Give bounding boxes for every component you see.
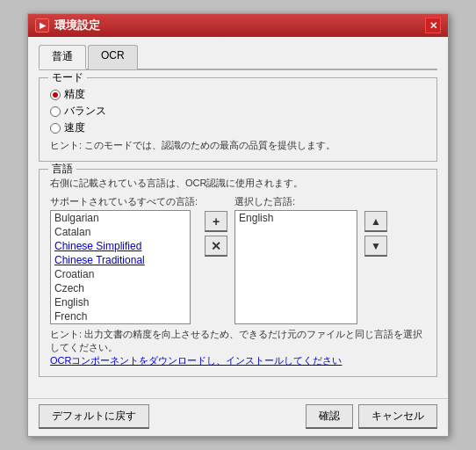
target-lang-col: 選択した言語: English	[234, 195, 357, 324]
settings-window: ▶ 環境設定 ✕ 普通 OCR モード 精度 バランス	[27, 13, 449, 437]
target-lang-label: 選択した言語:	[234, 195, 357, 208]
language-columns: サポートされているすべての言語: Bulgarian Catalan Chine…	[50, 195, 426, 324]
mode-section-label: モード	[48, 70, 87, 85]
cancel-button[interactable]: キャンセル	[358, 404, 437, 429]
side-buttons: ▲ ▼	[364, 211, 387, 257]
tab-bar: 普通 OCR	[39, 44, 437, 70]
mode-speed-label: 速度	[64, 120, 85, 135]
list-item[interactable]: Czech	[51, 281, 190, 295]
mode-radio-group: 精度 バランス 速度	[50, 87, 426, 135]
default-button[interactable]: デフォルトに戻す	[39, 404, 149, 429]
list-item[interactable]: English	[51, 295, 190, 309]
list-item[interactable]: Bulgarian	[51, 211, 190, 225]
tab-normal[interactable]: 普通	[39, 45, 86, 69]
add-language-button[interactable]: +	[205, 211, 227, 232]
tab-ocr[interactable]: OCR	[88, 45, 138, 69]
radio-speed[interactable]	[50, 123, 61, 134]
mode-balance-label: バランス	[64, 104, 106, 119]
move-up-button[interactable]: ▲	[364, 211, 387, 232]
list-item[interactable]: French	[51, 309, 190, 323]
confirm-button[interactable]: 確認	[306, 404, 353, 429]
mid-buttons: + ✕	[205, 211, 227, 257]
language-section: 言語 右側に記載されている言語は、OCR認識に使用されます。 サポートされている…	[39, 169, 437, 377]
mode-precision-label: 精度	[64, 87, 85, 102]
download-link[interactable]: OCRコンポーネントをダウンロードし、インストールしてください	[50, 355, 342, 366]
mode-balance[interactable]: バランス	[50, 104, 426, 119]
footer: デフォルトに戻す 確認 キャンセル	[28, 398, 448, 436]
close-button[interactable]: ✕	[425, 18, 441, 33]
window-title: 環境設定	[54, 18, 100, 33]
radio-precision[interactable]	[50, 90, 61, 100]
mode-speed[interactable]: 速度	[50, 120, 426, 135]
source-lang-label: サポートされているすべての言語:	[50, 195, 198, 208]
app-icon: ▶	[35, 18, 49, 33]
list-item[interactable]: Croatian	[51, 267, 190, 281]
mode-precision[interactable]: 精度	[50, 87, 426, 102]
footer-right-buttons: 確認 キャンセル	[306, 404, 437, 429]
title-bar: ▶ 環境設定 ✕	[28, 14, 448, 37]
mode-section: モード 精度 バランス 速度 ヒント: このモードでは、認識のための最高の品質を…	[39, 77, 437, 162]
target-language-list[interactable]: English	[234, 210, 357, 324]
mode-hint: ヒント: このモードでは、認識のための最高の品質を提供します。	[50, 139, 426, 152]
remove-language-button[interactable]: ✕	[205, 236, 227, 257]
lang-hint: ヒント: 出力文書の精度を向上させるため、できるだけ元のファイルと同じ言語を選択…	[50, 328, 426, 367]
list-item-chinese-simplified[interactable]: Chinese Simplified	[51, 239, 190, 253]
lang-description: 右側に記載されている言語は、OCR認識に使用されます。	[50, 177, 426, 190]
lang-hint-text: ヒント: 出力文書の精度を向上させるため、できるだけ元のファイルと同じ言語を選択…	[50, 329, 422, 352]
source-language-list[interactable]: Bulgarian Catalan Chinese Simplified Chi…	[50, 210, 191, 324]
list-item-english-selected[interactable]: English	[235, 211, 357, 225]
source-lang-col: サポートされているすべての言語: Bulgarian Catalan Chine…	[50, 195, 198, 324]
lang-section-label: 言語	[48, 162, 76, 177]
content-area: 普通 OCR モード 精度 バランス 速度 ヒント: このモードでは、	[28, 37, 448, 395]
radio-balance[interactable]	[50, 106, 61, 117]
list-item-chinese-traditional[interactable]: Chinese Traditional	[51, 253, 190, 267]
move-down-button[interactable]: ▼	[364, 236, 387, 257]
list-item[interactable]: Catalan	[51, 225, 190, 239]
